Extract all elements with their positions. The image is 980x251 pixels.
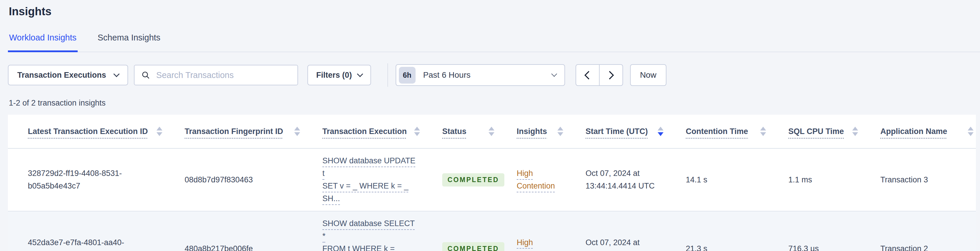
toolbar-divider bbox=[387, 63, 388, 87]
cell-contention-time: 21.3 s bbox=[666, 237, 768, 251]
column-header-insights[interactable]: Insights bbox=[497, 126, 566, 137]
filters-button[interactable]: Filters (0) bbox=[307, 65, 371, 85]
column-label: Insights bbox=[517, 126, 547, 137]
column-header-contention-time[interactable]: Contention Time bbox=[666, 126, 768, 137]
column-header-execution[interactable]: Transaction Execution bbox=[302, 126, 422, 137]
sort-arrows-icon[interactable] bbox=[968, 127, 974, 136]
column-label: Status bbox=[442, 126, 466, 137]
cell-app-name: Transaction 3 bbox=[861, 168, 976, 192]
status-badge: COMPLETED bbox=[442, 242, 504, 251]
column-header-start-time[interactable]: Start Time (UTC) bbox=[566, 126, 666, 137]
filters-label: Filters (0) bbox=[316, 71, 352, 80]
column-header-fingerprint-id[interactable]: Transaction Fingerprint ID bbox=[165, 126, 302, 137]
search-input[interactable] bbox=[156, 70, 291, 80]
cell-sql-cpu-time: 716.3 µs bbox=[768, 237, 861, 251]
toolbar: Transaction Executions Filters (0) 6h Pa… bbox=[8, 63, 976, 87]
results-summary: 1-2 of 2 transaction insights bbox=[9, 99, 980, 108]
sort-arrows-icon[interactable] bbox=[488, 127, 495, 136]
next-range-button[interactable] bbox=[599, 65, 622, 85]
column-label: Application Name bbox=[880, 126, 947, 137]
cell-sql-cpu-time: 1.1 ms bbox=[768, 168, 861, 192]
column-label: Start Time (UTC) bbox=[585, 126, 648, 137]
chevron-down-icon bbox=[113, 71, 119, 77]
column-header-app-name[interactable]: Application Name bbox=[861, 126, 976, 137]
sort-arrows-icon[interactable] bbox=[557, 127, 563, 136]
column-header-status[interactable]: Status bbox=[422, 126, 497, 137]
insight-link[interactable]: High Contention bbox=[517, 238, 555, 251]
sort-arrows-icon[interactable] bbox=[852, 127, 858, 136]
column-label: SQL CPU Time bbox=[788, 126, 844, 137]
cell-execution: SHOW database SELECT * FROM t WHERE k = … bbox=[302, 211, 422, 251]
sort-arrows-icon[interactable] bbox=[414, 127, 420, 136]
chevron-right-icon bbox=[606, 71, 614, 80]
cell-start-time: Oct 07, 2024 at 13:44:07.447 UTC bbox=[566, 230, 666, 251]
cell-execution: SHOW database UPDATE t SET v = _ WHERE k… bbox=[302, 149, 422, 211]
sort-arrows-icon[interactable] bbox=[658, 127, 663, 136]
tab-bar: Workload Insights Schema Insights bbox=[8, 33, 980, 52]
chevron-down-icon bbox=[551, 71, 557, 77]
sort-arrows-icon[interactable] bbox=[760, 127, 766, 136]
table-row[interactable]: 328729d2-ff19-4408-8531- b05a5b4e43c708d… bbox=[8, 149, 976, 211]
cell-status: COMPLETED bbox=[422, 237, 497, 251]
column-label: Transaction Fingerprint ID bbox=[185, 126, 283, 137]
now-button[interactable]: Now bbox=[630, 64, 667, 86]
column-label: Contention Time bbox=[686, 126, 748, 137]
tab-workload-insights[interactable]: Workload Insights bbox=[8, 33, 78, 52]
tab-schema-insights[interactable]: Schema Insights bbox=[96, 33, 161, 52]
cell-fingerprint-id: 08d8b7d97f830463 bbox=[165, 168, 302, 192]
execution-type-label: Transaction Executions bbox=[17, 71, 106, 80]
time-range-label: Past 6 Hours bbox=[423, 70, 471, 80]
cell-execution-id: 452da3e7-e7fa-4801-aa40- c59988d14eb6 bbox=[8, 230, 165, 251]
column-header-sql-cpu-time[interactable]: SQL CPU Time bbox=[768, 126, 861, 137]
table-header-row: Latest Transaction Execution IDTransacti… bbox=[8, 115, 976, 149]
page-title: Insights bbox=[9, 5, 980, 18]
time-range-dropdown[interactable]: 6h Past 6 Hours bbox=[396, 64, 565, 86]
cell-execution-id: 328729d2-ff19-4408-8531- b05a5b4e43c7 bbox=[8, 161, 165, 198]
search-icon bbox=[141, 70, 150, 80]
cell-fingerprint-id: 480a8b217be006fe bbox=[165, 237, 302, 251]
status-badge: COMPLETED bbox=[442, 173, 504, 187]
prev-range-button[interactable] bbox=[576, 65, 599, 85]
column-label: Transaction Execution bbox=[322, 126, 407, 137]
cell-contention-time: 14.1 s bbox=[666, 168, 768, 192]
cell-app-name: Transaction 2 bbox=[861, 237, 976, 251]
cell-insights: High Contention bbox=[497, 230, 566, 251]
execution-type-dropdown[interactable]: Transaction Executions bbox=[8, 65, 128, 85]
sort-arrows-icon[interactable] bbox=[156, 127, 162, 136]
column-header-execution-id[interactable]: Latest Transaction Execution ID bbox=[8, 126, 165, 137]
search-box[interactable] bbox=[134, 65, 298, 85]
cell-insights: High Contention bbox=[497, 161, 566, 198]
insights-table-card: Latest Transaction Execution IDTransacti… bbox=[8, 115, 976, 251]
column-label: Latest Transaction Execution ID bbox=[28, 126, 148, 137]
transaction-execution-link[interactable]: SHOW database UPDATE t SET v = _ WHERE k… bbox=[322, 156, 415, 203]
chevron-left-icon bbox=[584, 71, 593, 80]
sort-arrows-icon[interactable] bbox=[294, 127, 300, 136]
transaction-execution-link[interactable]: SHOW database SELECT * FROM t WHERE k = … bbox=[322, 219, 415, 251]
table-body: 328729d2-ff19-4408-8531- b05a5b4e43c708d… bbox=[8, 149, 976, 251]
cell-start-time: Oct 07, 2024 at 13:44:14.4414 UTC bbox=[566, 161, 666, 198]
time-range-pager bbox=[576, 64, 623, 86]
insight-link[interactable]: High Contention bbox=[517, 169, 555, 190]
cell-status: COMPLETED bbox=[422, 168, 497, 192]
table-row[interactable]: 452da3e7-e7fa-4801-aa40- c59988d14eb6480… bbox=[8, 211, 976, 251]
chevron-down-icon bbox=[357, 71, 363, 77]
time-range-badge: 6h bbox=[399, 67, 415, 83]
